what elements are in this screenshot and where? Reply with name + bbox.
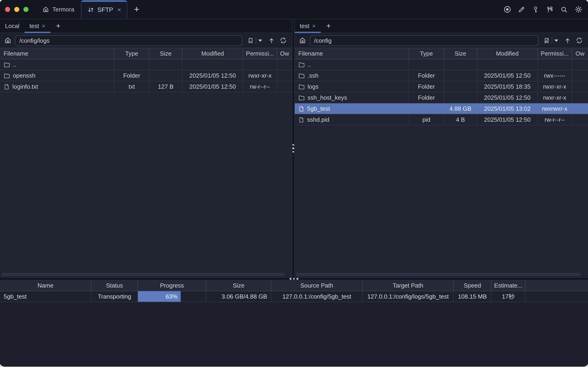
search-icon	[560, 6, 568, 13]
transfer-column-size[interactable]: Size	[206, 280, 271, 291]
file-row[interactable]: ..	[0, 59, 292, 70]
minimize-window-button[interactable]	[14, 7, 19, 12]
search-button[interactable]	[559, 4, 569, 15]
tab-termora-home[interactable]: Termora	[42, 0, 74, 19]
updown-arrows-icon	[87, 6, 94, 13]
keys-button[interactable]	[530, 4, 541, 15]
cell-size	[444, 92, 477, 103]
left-pane: Local test × +	[0, 19, 292, 277]
bookmark-icon	[247, 37, 254, 44]
refresh-button[interactable]	[279, 35, 288, 45]
close-icon[interactable]: ×	[42, 23, 45, 29]
parent-directory-button[interactable]	[563, 35, 572, 45]
column-header-filename[interactable]: Filename	[295, 48, 409, 59]
column-header-filename[interactable]: Filename	[0, 48, 114, 59]
tab-sftp[interactable]: SFTP ×	[81, 0, 127, 19]
cell-filename: ..	[0, 59, 114, 70]
close-icon[interactable]: ×	[312, 23, 315, 29]
record-button[interactable]	[502, 4, 512, 15]
file-row[interactable]: loginfo.txt txt 127 B 2025/01/05 12:50 r…	[0, 81, 292, 92]
refresh-button[interactable]	[575, 35, 584, 45]
close-window-button[interactable]	[5, 7, 10, 12]
tab-test-left[interactable]: test ×	[24, 19, 50, 33]
chevron-down-icon[interactable]	[258, 39, 262, 42]
bookmark-remove-button[interactable]	[542, 35, 551, 45]
settings-button[interactable]	[573, 4, 583, 15]
titlebar-actions	[502, 0, 588, 19]
file-icon	[298, 105, 304, 112]
tab-local[interactable]: Local	[0, 19, 24, 33]
home-icon[interactable]	[299, 37, 306, 44]
bookmark-button[interactable]	[246, 35, 255, 45]
column-header-ow[interactable]: Ow	[572, 48, 588, 59]
path-input[interactable]	[310, 35, 538, 46]
transfer-table-body: 5gb_test Transporting 63% 3.06 GB/4.88 G…	[0, 291, 588, 302]
vertical-splitter[interactable]	[292, 19, 295, 277]
column-header-type[interactable]: Type	[409, 48, 444, 59]
scrollbar-thumb[interactable]	[1, 273, 285, 276]
cell-owner	[572, 114, 588, 125]
cell-type: pid	[409, 114, 444, 125]
add-tab-button[interactable]: +	[50, 19, 66, 33]
transfer-column-targetpath[interactable]: Target Path	[363, 280, 454, 291]
cell-type	[409, 103, 444, 114]
transfer-column-estimate[interactable]: Estimate...	[491, 280, 526, 291]
cell-permissions: rwx------	[538, 70, 572, 81]
path-input[interactable]	[15, 35, 242, 46]
transfer-column-sourcepath[interactable]: Source Path	[271, 280, 363, 291]
cell-size	[444, 81, 477, 92]
column-header-permissi[interactable]: Permissi...	[538, 48, 572, 59]
transfer-column-name[interactable]: Name	[0, 280, 92, 291]
folder-icon	[298, 83, 305, 90]
cell-size: 4 B	[444, 114, 477, 125]
column-header-size[interactable]: Size	[149, 48, 182, 59]
column-header-size[interactable]: Size	[444, 48, 477, 59]
cell-owner	[277, 81, 292, 92]
keychain-button[interactable]	[545, 4, 555, 15]
sftp-tab-label: SFTP	[97, 6, 113, 13]
cell-owner	[572, 92, 588, 103]
transfer-row[interactable]: 5gb_test Transporting 63% 3.06 GB/4.88 G…	[0, 291, 588, 302]
file-row[interactable]: .ssh Folder 2025/01/05 12:50 rwx------	[295, 70, 588, 81]
column-header-type[interactable]: Type	[114, 48, 149, 59]
cell-type: Folder	[409, 70, 444, 81]
column-header-permissi[interactable]: Permissi...	[243, 48, 277, 59]
folder-icon	[298, 94, 305, 101]
file-row[interactable]: sshd.pid pid 4 B 2025/01/05 12:50 rw-r--…	[295, 114, 588, 125]
add-tab-button[interactable]: +	[321, 19, 336, 33]
new-tab-button[interactable]: +	[128, 0, 146, 19]
transfer-column-speed[interactable]: Speed	[454, 280, 491, 291]
edit-button[interactable]	[516, 4, 526, 15]
transfer-column-status[interactable]: Status	[92, 280, 138, 291]
app-tab-label: Termora	[52, 6, 74, 13]
tab-test-right[interactable]: test ×	[295, 19, 321, 33]
column-header-modified[interactable]: Modified	[182, 48, 243, 59]
tab-label: test	[300, 23, 309, 29]
retina-scale-wrapper: Termora SFTP × +	[0, 0, 588, 367]
home-icon[interactable]	[4, 37, 11, 44]
file-row[interactable]: ssh_host_keys Folder 2025/01/05 12:50 rw…	[295, 92, 588, 103]
cell-estimate: 17秒	[491, 291, 526, 302]
close-icon[interactable]: ×	[117, 6, 121, 13]
file-row[interactable]: logs Folder 2025/01/05 18:35 rwxr-xr-x	[295, 81, 588, 92]
traffic-lights	[0, 0, 28, 19]
file-row[interactable]: ..	[295, 59, 588, 70]
scrollbar-thumb[interactable]	[296, 273, 581, 276]
horizontal-splitter[interactable]	[0, 277, 588, 280]
horizontal-scrollbar[interactable]	[1, 273, 288, 276]
cell-size: 4.88 GB	[444, 103, 477, 114]
parent-directory-button[interactable]	[267, 35, 276, 45]
zoom-window-button[interactable]	[24, 7, 28, 12]
horizontal-scrollbar[interactable]	[296, 273, 584, 276]
column-header-ow[interactable]: Ow	[277, 48, 292, 59]
file-row[interactable]: 5gb_test 4.88 GB 2025/01/05 13:02 rwxrwx…	[295, 103, 588, 114]
transfer-column-progress[interactable]: Progress	[138, 280, 206, 291]
cell-permissions	[243, 59, 277, 70]
cell-owner	[572, 70, 588, 81]
column-header-modified[interactable]: Modified	[477, 48, 538, 59]
chevron-down-icon[interactable]	[554, 39, 558, 42]
cell-type: Folder	[114, 70, 149, 81]
file-row[interactable]: openssh Folder 2025/01/05 12:50 rwxr-xr-…	[0, 70, 292, 81]
right-pane-tabs: test × +	[295, 19, 588, 33]
cell-type: Folder	[409, 92, 444, 103]
